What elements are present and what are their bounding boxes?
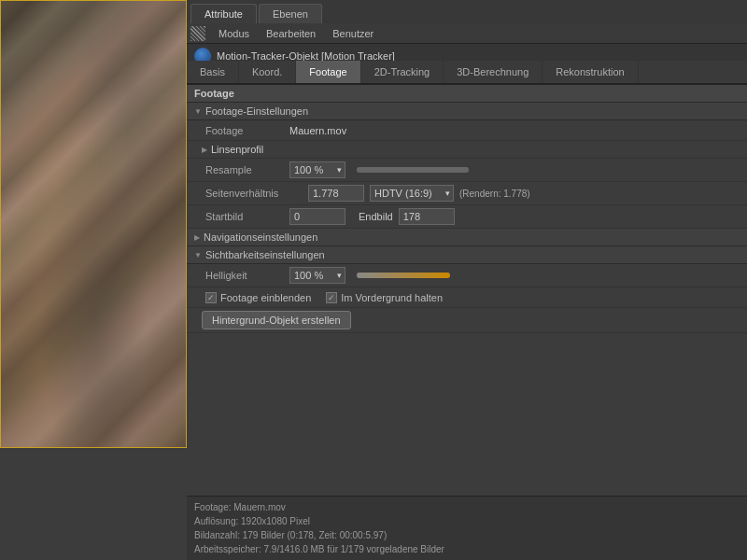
linsenprofil-triangle: ▶	[202, 146, 207, 154]
seitenverhaeltnis-input[interactable]: 1.778	[308, 185, 364, 202]
sub-tab-2d-tracking[interactable]: 2D-Tracking	[361, 61, 444, 83]
image-border	[0, 0, 187, 448]
hintergrund-row: Hintergrund-Objekt erstellen	[187, 308, 747, 333]
bottom-area	[0, 448, 187, 560]
main-container: Attribute Ebenen Modus Bearbeiten Benutz…	[0, 0, 747, 560]
resample-row: Resample 100 %	[187, 159, 747, 182]
nav-triangle-icon: ▶	[194, 233, 200, 242]
status-line3: Bildanzahl: 179 Bilder (0:178, Zeit: 00:…	[194, 528, 740, 542]
footage-file-row: Footage Mauern.mov	[187, 120, 747, 141]
footage-file-value: Mauern.mov	[289, 125, 346, 136]
helligkeit-row: Helligkeit 100 %	[187, 264, 747, 287]
sub-tab-koord[interactable]: Koord.	[239, 61, 296, 83]
sub-tabs: Basis Koord. Footage 2D-Tracking 3D-Bere…	[187, 61, 747, 85]
vordergrund-label: Im Vordergrund halten	[341, 292, 443, 303]
menu-bar: Modus Bearbeiten Benutzer	[187, 23, 747, 44]
main-tabs-header: Attribute Ebenen	[187, 0, 747, 23]
sub-tab-3d-berechnung[interactable]: 3D-Berechnung	[444, 61, 543, 83]
footage-section-header: Footage	[187, 85, 747, 103]
hintergrund-button[interactable]: Hintergrund-Objekt erstellen	[202, 311, 351, 329]
status-line1: Footage: Mauern.mov	[194, 500, 740, 514]
helligkeit-controls: 100 %	[289, 267, 456, 284]
right-panel: Attribute Ebenen Modus Bearbeiten Benutz…	[187, 0, 747, 560]
helligkeit-dropdown[interactable]: 100 %	[289, 267, 345, 284]
status-line2: Auflösung: 1920x1080 Pixel	[194, 514, 740, 528]
startbild-label: Startbild	[205, 211, 289, 222]
resample-dropdown[interactable]: 100 %	[289, 161, 345, 178]
sichtbarkeitseinstellungen-label: Sichtbarkeitseinstellungen	[205, 249, 325, 260]
footage-einstellungen-label: Footage-Einstellungen	[205, 105, 308, 117]
image-preview	[0, 0, 187, 448]
footage-einblenden-row: ✓ Footage einblenden	[205, 292, 311, 303]
menu-bearbeiten[interactable]: Bearbeiten	[259, 26, 323, 41]
tab-ebenen[interactable]: Ebenen	[259, 4, 322, 23]
navigationseinstellungen-header[interactable]: ▶ Navigationseinstellungen	[187, 229, 747, 246]
seitenverhaeltnis-label: Seitenverhältnis	[205, 188, 308, 199]
footage-image	[0, 0, 187, 448]
hdtv-dropdown[interactable]: HDTV (16:9)	[370, 185, 454, 202]
render-label: (Rendern: 1.778)	[459, 189, 530, 199]
helligkeit-slider[interactable]	[357, 273, 450, 278]
status-line4: Arbeitsspeicher: 7.9/1416.0 MB für 1/179…	[194, 542, 740, 556]
top-bar: Attribute Ebenen Modus Bearbeiten Benutz…	[187, 0, 747, 61]
status-bar: Footage: Mauern.mov Auflösung: 1920x1080…	[187, 496, 747, 560]
content-area: Footage ▼ Footage-Einstellungen Footage …	[187, 85, 747, 496]
footage-file-label: Footage	[205, 125, 289, 136]
checkboxes-row: ✓ Footage einblenden ✓ Im Vordergrund ha…	[187, 287, 747, 308]
helligkeit-label: Helligkeit	[205, 270, 289, 281]
vordergrund-checkbox[interactable]: ✓	[326, 292, 337, 303]
footage-einblenden-label: Footage einblenden	[220, 292, 311, 303]
sichtbarkeitseinstellungen-header[interactable]: ▼ Sichtbarkeitseinstellungen	[187, 246, 747, 264]
menu-benutzer[interactable]: Benutzer	[325, 26, 381, 41]
linsenprofil-label: Linsenprofil	[211, 144, 263, 155]
navigationseinstellungen-label: Navigationseinstellungen	[204, 231, 317, 243]
resample-controls: 100 %	[289, 161, 474, 178]
startbild-controls: 0 Endbild 178	[289, 208, 455, 225]
endbild-input[interactable]: 178	[399, 208, 455, 225]
triangle-icon: ▼	[194, 107, 202, 116]
left-panel	[0, 0, 187, 560]
startbild-input[interactable]: 0	[289, 208, 345, 225]
resample-slider[interactable]	[357, 167, 469, 173]
footage-einblenden-checkbox[interactable]: ✓	[205, 292, 217, 303]
seitenverhaeltnis-row: Seitenverhältnis 1.778 HDTV (16:9) (Rend…	[187, 182, 747, 205]
endbild-label: Endbild	[359, 211, 393, 222]
menu-modus[interactable]: Modus	[211, 26, 257, 41]
startbild-row: Startbild 0 Endbild 178	[187, 205, 747, 229]
linsenprofil-row[interactable]: ▶ Linsenprofil	[187, 141, 747, 159]
menu-icon	[190, 26, 205, 41]
sub-tab-basis[interactable]: Basis	[187, 61, 239, 83]
seitenverhaeltnis-controls: 1.778 HDTV (16:9) (Rendern: 1.778)	[308, 185, 530, 202]
object-title: Motion-Tracker-Objekt [Motion Tracker]	[217, 50, 395, 62]
tab-attribute[interactable]: Attribute	[190, 4, 257, 23]
footage-einstellungen-header[interactable]: ▼ Footage-Einstellungen	[187, 103, 747, 120]
vordergrund-row: ✓ Im Vordergrund halten	[326, 292, 443, 303]
sub-tab-rekonstruktion[interactable]: Rekonstruktion	[543, 61, 638, 83]
resample-label: Resample	[205, 164, 289, 175]
sicht-triangle-icon: ▼	[194, 251, 202, 259]
sub-tab-footage[interactable]: Footage	[296, 61, 360, 83]
